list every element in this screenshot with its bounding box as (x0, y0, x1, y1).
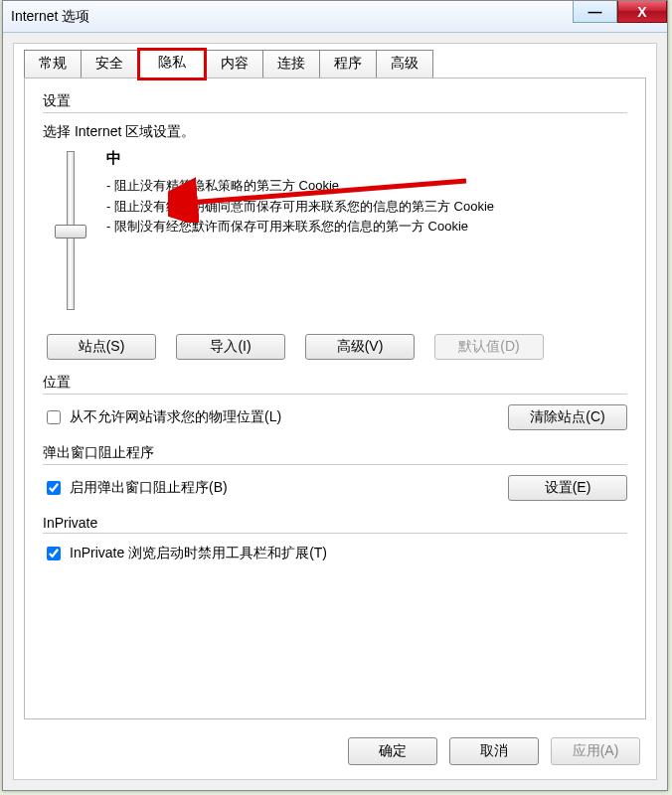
tab-privacy[interactable]: 隐私 (137, 48, 207, 80)
default-button[interactable]: 默认值(D) (434, 334, 544, 360)
privacy-slider[interactable] (53, 147, 88, 316)
tab-strip: 常规 安全 隐私 内容 连接 程序 高级 (24, 50, 646, 80)
popup-heading: 弹出窗口阻止程序 (43, 444, 627, 462)
sites-button[interactable]: 站点(S) (47, 334, 156, 360)
tab-security[interactable]: 安全 (81, 50, 138, 80)
inprivate-heading: InPrivate (43, 515, 627, 531)
popup-section: 弹出窗口阻止程序 启用弹出窗口阻止程序(B) 设置(E) (43, 444, 627, 501)
settings-instruction: 选择 Internet 区域设置。 (43, 123, 627, 141)
inprivate-checkbox-text: InPrivate 浏览启动时禁用工具栏和扩展(T) (70, 545, 327, 562)
dialog-footer-buttons: 确定 取消 应用(A) (348, 737, 640, 765)
privacy-description: 中 - 阻止没有精简隐私策略的第三方 Cookie - 阻止没有经您明确同意而保… (106, 147, 627, 316)
dialog-body: 常规 安全 隐私 内容 连接 程序 高级 设置 选择 Internet 区域设置… (13, 43, 657, 780)
divider (43, 533, 627, 534)
inprivate-section: InPrivate InPrivate 浏览启动时禁用工具栏和扩展(T) (43, 515, 627, 563)
internet-options-window: Internet 选项 — X 常规 安全 隐私 内容 连接 程序 高级 设置 … (2, 0, 668, 791)
minimize-button[interactable]: — (573, 1, 617, 23)
tab-advanced[interactable]: 高级 (376, 50, 433, 80)
privacy-panel: 设置 选择 Internet 区域设置。 中 - 阻止没有精简隐私策略的第三方 … (24, 78, 646, 719)
settings-heading: 设置 (43, 92, 627, 110)
close-button[interactable]: X (617, 1, 667, 23)
advanced-button[interactable]: 高级(V) (305, 334, 415, 360)
location-checkbox[interactable] (47, 410, 61, 424)
tab-connections[interactable]: 连接 (262, 50, 320, 80)
clear-sites-button[interactable]: 清除站点(C) (508, 404, 627, 430)
inprivate-checkbox[interactable] (47, 547, 61, 560)
divider (43, 464, 627, 465)
privacy-level-label: 中 (106, 147, 627, 169)
privacy-bullet: - 阻止没有精简隐私策略的第三方 Cookie (106, 177, 627, 196)
privacy-bullet: - 限制没有经您默许而保存可用来联系您的信息的第一方 Cookie (106, 218, 627, 237)
popup-checkbox[interactable] (47, 481, 61, 495)
settings-buttons: 站点(S) 导入(I) 高级(V) 默认值(D) (47, 334, 627, 360)
tab-programs[interactable]: 程序 (319, 50, 377, 80)
inprivate-checkbox-label[interactable]: InPrivate 浏览启动时禁用工具栏和扩展(T) (43, 544, 627, 563)
ok-button[interactable]: 确定 (348, 737, 437, 765)
window-buttons: — X (573, 1, 667, 23)
divider (43, 394, 627, 395)
location-checkbox-text: 从不允许网站请求您的物理位置(L) (70, 408, 281, 426)
import-button[interactable]: 导入(I) (176, 334, 285, 360)
apply-button[interactable]: 应用(A) (551, 737, 640, 765)
settings-section: 设置 选择 Internet 区域设置。 中 - 阻止没有精简隐私策略的第三方 … (43, 92, 627, 360)
popup-row: 启用弹出窗口阻止程序(B) 设置(E) (43, 475, 627, 501)
location-heading: 位置 (43, 374, 627, 392)
cancel-button[interactable]: 取消 (449, 737, 539, 765)
privacy-bullet: - 阻止没有经您明确同意而保存可用来联系您的信息的第三方 Cookie (106, 198, 627, 217)
slider-thumb[interactable] (55, 225, 86, 238)
divider (43, 112, 627, 113)
location-checkbox-label[interactable]: 从不允许网站请求您的物理位置(L) (43, 407, 281, 427)
tab-content[interactable]: 内容 (206, 50, 263, 80)
location-row: 从不允许网站请求您的物理位置(L) 清除站点(C) (43, 404, 627, 430)
popup-checkbox-label[interactable]: 启用弹出窗口阻止程序(B) (43, 478, 228, 498)
popup-checkbox-text: 启用弹出窗口阻止程序(B) (70, 479, 228, 497)
location-section: 位置 从不允许网站请求您的物理位置(L) 清除站点(C) (43, 374, 627, 430)
privacy-slider-area: 中 - 阻止没有精简隐私策略的第三方 Cookie - 阻止没有经您明确同意而保… (53, 147, 627, 316)
window-title: Internet 选项 (11, 8, 89, 26)
titlebar[interactable]: Internet 选项 — X (3, 1, 667, 33)
tab-general[interactable]: 常规 (24, 50, 82, 80)
popup-settings-button[interactable]: 设置(E) (508, 475, 627, 501)
